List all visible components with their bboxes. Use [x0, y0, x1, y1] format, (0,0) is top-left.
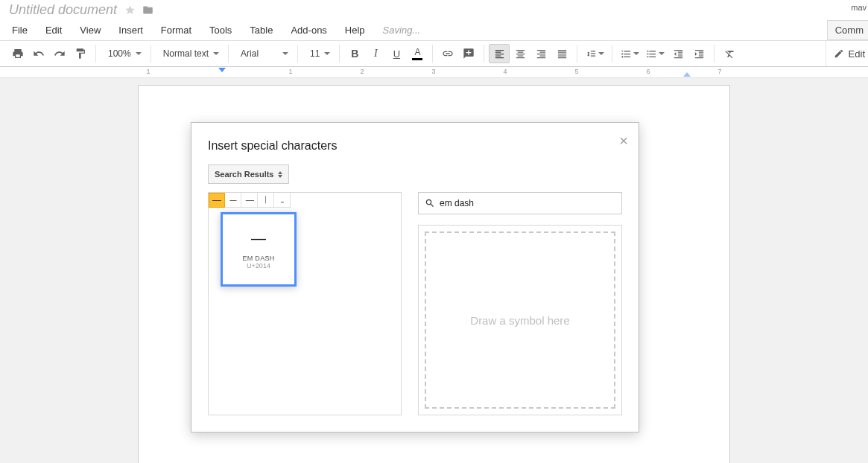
dialog-title: Insert special characters [208, 139, 622, 153]
zoom-dropdown[interactable]: 100% [101, 44, 146, 63]
clear-formatting-icon[interactable] [719, 44, 740, 63]
character-cell[interactable]: ︱ [258, 193, 274, 208]
increase-indent-icon[interactable] [688, 44, 709, 63]
line-spacing-icon[interactable] [582, 44, 607, 63]
numbered-list-icon[interactable] [617, 44, 642, 63]
caret-down-icon [659, 52, 665, 55]
font-dropdown[interactable]: Arial [233, 44, 293, 63]
paint-format-icon[interactable] [70, 44, 91, 63]
menu-addons[interactable]: Add-ons [282, 25, 335, 36]
user-email[interactable]: mav [851, 3, 867, 12]
redo-icon[interactable] [49, 44, 70, 63]
menu-bar: File Edit View Insert Format Tools Table… [0, 20, 868, 41]
ruler[interactable]: 1 1 2 3 4 5 6 7 [0, 67, 868, 78]
comments-button[interactable]: Comm [827, 20, 868, 40]
menu-view[interactable]: View [71, 25, 110, 36]
character-cell[interactable]: ⸻ [241, 193, 258, 208]
text-color-button[interactable]: A [407, 44, 428, 63]
character-cell[interactable]: ﹘ [274, 193, 291, 208]
indent-marker-left[interactable] [218, 68, 226, 72]
sort-caret-icon [278, 171, 282, 178]
decrease-indent-icon[interactable] [668, 44, 688, 63]
preview-codepoint: U+2014 [247, 262, 270, 269]
align-left-icon[interactable] [489, 44, 510, 63]
pencil-icon [834, 48, 844, 59]
insert-comment-icon[interactable] [458, 44, 479, 63]
menu-insert[interactable]: Insert [110, 25, 152, 36]
caret-down-icon [633, 52, 639, 55]
undo-icon[interactable] [28, 44, 49, 63]
character-search-box[interactable] [418, 192, 622, 214]
title-bar: Untitled document mav [0, 0, 868, 20]
caret-down-icon [324, 52, 330, 55]
menu-help[interactable]: Help [336, 25, 374, 36]
menu-format[interactable]: Format [152, 25, 200, 36]
character-search-input[interactable] [440, 198, 615, 208]
align-right-icon[interactable] [530, 44, 551, 63]
caret-down-icon [282, 52, 288, 55]
caret-down-icon [598, 52, 604, 55]
character-preview-tooltip: — EM DASH U+2014 [221, 212, 297, 287]
character-cell[interactable]: — [209, 193, 225, 208]
draw-symbol-box[interactable]: Draw a symbol here [418, 225, 622, 415]
bold-button[interactable]: B [344, 44, 365, 63]
menu-file[interactable]: File [3, 25, 37, 36]
search-icon [425, 198, 435, 208]
underline-button[interactable]: U [386, 44, 407, 63]
editing-mode-button[interactable]: Edit [826, 41, 868, 66]
bulleted-list-icon[interactable] [642, 44, 668, 63]
align-justify-icon[interactable] [551, 44, 572, 63]
preview-glyph: — [251, 230, 266, 247]
caret-down-icon [213, 52, 219, 55]
print-icon[interactable] [7, 44, 28, 63]
star-icon[interactable] [124, 4, 136, 16]
menu-table[interactable]: Table [241, 25, 282, 36]
draw-placeholder: Draw a symbol here [470, 314, 569, 327]
preview-name: EM DASH [242, 255, 274, 262]
indent-marker-right[interactable] [683, 72, 691, 77]
paragraph-style-dropdown[interactable]: Normal text [156, 44, 224, 63]
folder-icon[interactable] [142, 4, 154, 16]
italic-button[interactable]: I [365, 44, 386, 63]
special-characters-dialog: × Insert special characters Search Resul… [191, 122, 639, 432]
menu-edit[interactable]: Edit [37, 25, 71, 36]
category-dropdown[interactable]: Search Results [208, 165, 289, 184]
document-title[interactable]: Untitled document [6, 2, 120, 18]
toolbar: 100% Normal text Arial 11 B I U A [0, 41, 868, 67]
saving-status: Saving... [374, 25, 430, 36]
character-cell[interactable]: ⸺ [225, 193, 241, 208]
insert-link-icon[interactable] [437, 44, 458, 63]
menu-tools[interactable]: Tools [200, 25, 241, 36]
close-icon[interactable]: × [619, 133, 628, 148]
caret-down-icon [136, 52, 142, 55]
character-results-panel: — ⸺ ⸻ ︱ ﹘ — EM DASH U+2014 [208, 192, 402, 415]
font-size-dropdown[interactable]: 11 [302, 44, 335, 63]
align-center-icon[interactable] [510, 44, 530, 63]
